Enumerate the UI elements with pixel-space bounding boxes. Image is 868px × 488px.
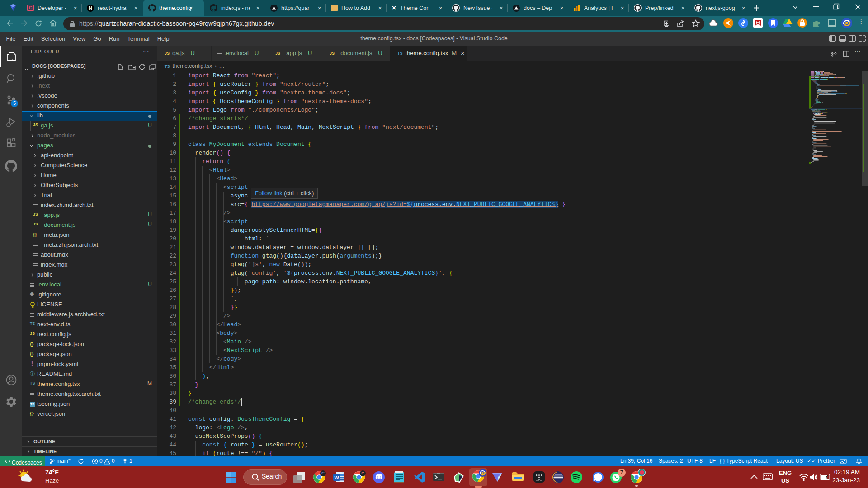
svg-text:W: W <box>334 475 339 480</box>
